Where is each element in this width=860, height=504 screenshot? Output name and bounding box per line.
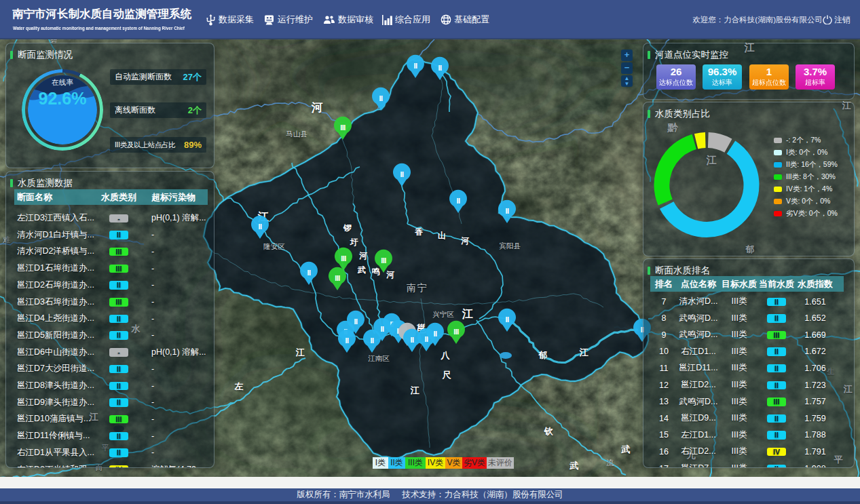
svg-text:香: 香 [414, 227, 424, 237]
svg-text:武: 武 [569, 461, 579, 471]
svg-text:II: II [258, 222, 262, 231]
svg-text:II: II [438, 64, 442, 72]
svg-text:左: 左 [234, 381, 244, 391]
svg-text:尺: 尺 [442, 370, 452, 380]
svg-text:江: 江 [296, 347, 305, 357]
svg-text:江: 江 [580, 347, 589, 357]
svg-text:III: III [335, 274, 340, 282]
svg-text:武: 武 [357, 265, 366, 275]
svg-text:锣: 锣 [343, 223, 352, 233]
svg-text:II: II [400, 170, 404, 178]
svg-text:III: III [453, 328, 459, 336]
svg-text:II: II [410, 336, 414, 344]
svg-text:鸣: 鸣 [372, 267, 380, 276]
svg-text:河: 河 [359, 251, 367, 260]
svg-text:河: 河 [311, 101, 323, 114]
svg-text:II: II [505, 207, 509, 215]
svg-text:III: III [381, 256, 386, 265]
svg-text:II: II [379, 94, 383, 102]
svg-text:八: 八 [441, 350, 451, 360]
svg-text:II: II [345, 336, 349, 345]
svg-text:马山县: 马山县 [286, 130, 307, 138]
svg-text:郁: 郁 [538, 350, 548, 360]
svg-text:河: 河 [386, 270, 394, 279]
svg-text:II: II [413, 62, 417, 70]
svg-text:II: II [354, 317, 358, 326]
svg-text:南宁: 南宁 [407, 282, 428, 293]
svg-text:兴宁区: 兴宁区 [432, 310, 454, 318]
svg-text:隆安区: 隆安区 [263, 242, 285, 250]
svg-text:在线率: 在线率 [51, 78, 73, 86]
svg-text:流: 流 [606, 459, 614, 467]
svg-text:钦: 钦 [544, 426, 554, 436]
svg-text:武: 武 [621, 444, 631, 454]
svg-text:II: II [380, 325, 384, 333]
svg-text:江: 江 [411, 385, 420, 395]
svg-text:江: 江 [462, 308, 473, 319]
svg-text:III: III [340, 123, 345, 132]
svg-text:II: II [307, 269, 311, 277]
svg-text:宾阳县: 宾阳县 [499, 241, 521, 250]
svg-text:圩: 圩 [350, 237, 358, 247]
svg-text:II: II [505, 315, 509, 324]
svg-text:92.6%: 92.6% [39, 89, 87, 108]
svg-text:II: II [433, 330, 437, 338]
svg-text:河: 河 [461, 236, 469, 246]
svg-text:II: II [456, 197, 460, 205]
svg-text:III: III [341, 254, 346, 263]
svg-text:江南区: 江南区 [368, 354, 390, 362]
svg-text:山: 山 [438, 231, 446, 240]
svg-text:II: II [370, 336, 374, 345]
